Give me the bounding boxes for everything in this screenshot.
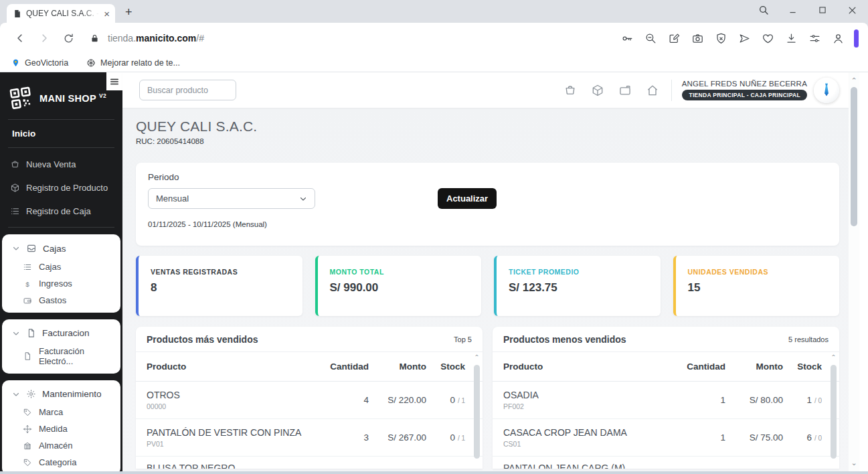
tab-close-icon[interactable]: × — [104, 9, 110, 19]
lock-icon[interactable] — [90, 33, 100, 44]
sidebar-item-registro-caja[interactable]: Registro de Caja — [0, 200, 122, 223]
scroll-up-icon[interactable]: ⌃ — [830, 354, 837, 362]
settings-sliders-icon[interactable] — [807, 31, 822, 46]
app-topbar: ANGEL FREDS NUÑEZ BECERRA TIENDA PRINCIP… — [122, 72, 849, 108]
table-row[interactable]: OTROS00000 4 S/ 220.00 0 / 1 — [136, 382, 483, 419]
window-minimize-button[interactable] — [786, 3, 800, 17]
sidebar-toggle-button[interactable] — [106, 72, 122, 90]
bookmark-label: Mejorar relato de te... — [100, 58, 180, 68]
cart-icon — [10, 159, 20, 169]
scrollbar-thumb[interactable] — [474, 365, 480, 459]
bookmark-mejorar-relato[interactable]: Mejorar relato de te... — [86, 58, 180, 68]
avatar[interactable] — [814, 78, 839, 103]
wallet-icon[interactable] — [618, 83, 632, 98]
company-ruc: RUC: 20605414088 — [136, 137, 839, 145]
browser-tab[interactable]: QUEY CALI S.A.C. - Ma × — [7, 4, 115, 23]
scrollbar-thumb[interactable] — [831, 365, 837, 459]
sidebar-item-registro-producto[interactable]: Registro de Producto — [0, 176, 122, 200]
sidebar-item-categoria[interactable]: Categoria — [2, 454, 120, 471]
window-search-icon[interactable] — [757, 3, 770, 17]
stat-value: S/ 990.00 — [330, 281, 470, 295]
stats-row: VENTAS REGISTRADAS 8 MONTO TOTAL S/ 990.… — [136, 256, 839, 316]
shield-block-icon[interactable] — [713, 31, 728, 46]
sidebar-item-ingresos[interactable]: $ Ingresos — [2, 275, 120, 292]
table-scrollbar[interactable]: ⌃ — [830, 354, 837, 467]
new-tab-button[interactable]: + — [125, 6, 133, 18]
password-key-icon[interactable] — [620, 31, 634, 46]
actualizar-button[interactable]: Actualizar — [438, 188, 497, 209]
profile-icon[interactable] — [831, 31, 845, 46]
downloads-icon[interactable] — [784, 31, 798, 46]
table-row[interactable]: CASACA CROP JEAN DAMACS01 1 S/ 75.00 6 /… — [493, 419, 839, 457]
stat-label: UNIDADES VENDIDAS — [688, 268, 828, 276]
sidebar-item-medida[interactable]: Medida — [2, 420, 120, 437]
box-icon[interactable] — [590, 83, 605, 98]
period-select[interactable]: Mensual — [148, 188, 315, 209]
screenshot-camera-icon[interactable] — [690, 31, 705, 46]
sidebar-group-header-mantenimiento[interactable]: Mantenimiento — [2, 384, 120, 404]
scroll-up-icon[interactable]: ⌃ — [849, 76, 859, 85]
scroll-up-icon[interactable]: ⌃ — [473, 354, 481, 362]
table-row[interactable]: PANTALÓN DE VESTIR CON PINZAPV01 3 S/ 26… — [136, 419, 483, 457]
chevron-down-icon — [12, 244, 20, 252]
stat-card-ventas: VENTAS REGISTRADAS 8 — [136, 256, 302, 316]
zoom-out-icon[interactable] — [643, 31, 658, 46]
sidebar-group-mantenimiento: Mantenimiento Marca Medida Almacén Categ… — [2, 380, 120, 471]
sidebar-group-facturacion: Facturacion Facturación Electró... — [2, 319, 120, 374]
brand[interactable]: MANI SHOP V2 — [0, 72, 122, 119]
edit-note-icon[interactable] — [667, 31, 681, 46]
stat-card-unidades: UNIDADES VENDIDAS 15 — [673, 256, 840, 316]
scrollbar-thumb[interactable] — [851, 87, 857, 226]
app-area: MANI SHOP V2 Inicio Nueva Venta Registro… — [0, 72, 868, 471]
sidebar-item-label: Gastos — [39, 295, 66, 305]
search-input[interactable] — [139, 80, 236, 100]
home-icon[interactable] — [645, 83, 660, 98]
sidebar-item-almacen[interactable]: Almacén — [2, 437, 120, 454]
brand-version: V2 — [99, 92, 106, 99]
sidebar-item-cajas[interactable]: Cajas — [2, 258, 120, 275]
sidebar-item-facturacion-electronica[interactable]: Facturación Electró... — [2, 343, 120, 370]
page-title: QUEY CALI S.A.C. — [136, 118, 839, 135]
panel-meta: 5 resultados — [788, 335, 829, 343]
tag-icon — [23, 408, 32, 417]
table-row[interactable]: OSADIAPF002 1 S/ 80.00 1 / 0 — [493, 382, 839, 419]
wallet-icon — [23, 296, 32, 305]
stat-card-ticket: TICKET PROMEDIO S/ 123.75 — [494, 256, 661, 316]
window-close-button[interactable] — [845, 3, 859, 17]
sidebar-item-gastos[interactable]: Gastos — [2, 292, 120, 309]
sidebar-item-label: Almacén — [39, 441, 73, 451]
url-bar[interactable]: tienda.manicito.com/# — [108, 33, 204, 44]
sidebar: MANI SHOP V2 Inicio Nueva Venta Registro… — [0, 72, 122, 471]
chevron-down-icon — [12, 390, 20, 398]
sidebar-group-header-facturacion[interactable]: Facturacion — [2, 323, 120, 343]
user-info[interactable]: ANGEL FREDS NUÑEZ BECERRA TIENDA PRINCIP… — [682, 80, 807, 100]
cart-icon[interactable] — [563, 83, 578, 98]
sidebar-item-inicio[interactable]: Inicio — [0, 120, 122, 147]
sidebar-group-header-cajas[interactable]: Cajas — [2, 238, 120, 258]
favorites-heart-icon[interactable] — [760, 31, 775, 46]
tab-title: QUEY CALI S.A.C. - Ma — [26, 9, 99, 18]
bookmark-geovictoria[interactable]: GeoVictoria — [11, 58, 68, 68]
bookmark-label: GeoVictoria — [25, 58, 68, 68]
window-maximize-button[interactable] — [816, 3, 829, 17]
table-row[interactable]: BLUSA TOP NEGRO — [136, 457, 483, 469]
divider — [8, 227, 114, 228]
send-icon[interactable] — [737, 31, 752, 46]
stat-card-monto: MONTO TOTAL S/ 990.00 — [315, 256, 482, 316]
tag-icon — [23, 458, 32, 467]
back-button[interactable] — [11, 29, 29, 47]
panel-meta: Top 5 — [454, 335, 472, 343]
sidebar-panel-indicator[interactable] — [854, 29, 859, 48]
page-scrollbar[interactable]: ⌃ ⌄ — [849, 72, 859, 471]
table-scrollbar[interactable]: ⌃ — [473, 354, 481, 467]
reload-button[interactable] — [60, 29, 77, 47]
dashboard-content: QUEY CALI S.A.C. RUC: 20605414088 Period… — [122, 108, 849, 471]
main-area: ANGEL FREDS NUÑEZ BECERRA TIENDA PRINCIP… — [122, 72, 849, 471]
table-row[interactable]: PANTALON JEAN CARG (M) — [493, 457, 839, 469]
sidebar-item-label: Ingresos — [39, 279, 72, 289]
forward-button[interactable] — [35, 29, 53, 47]
sidebar-item-marca[interactable]: Marca — [2, 404, 120, 420]
sidebar-item-nueva-venta[interactable]: Nueva Venta — [0, 153, 122, 176]
scroll-down-icon[interactable]: ⌄ — [849, 459, 859, 467]
panel-title: Productos más vendidos — [147, 334, 258, 345]
